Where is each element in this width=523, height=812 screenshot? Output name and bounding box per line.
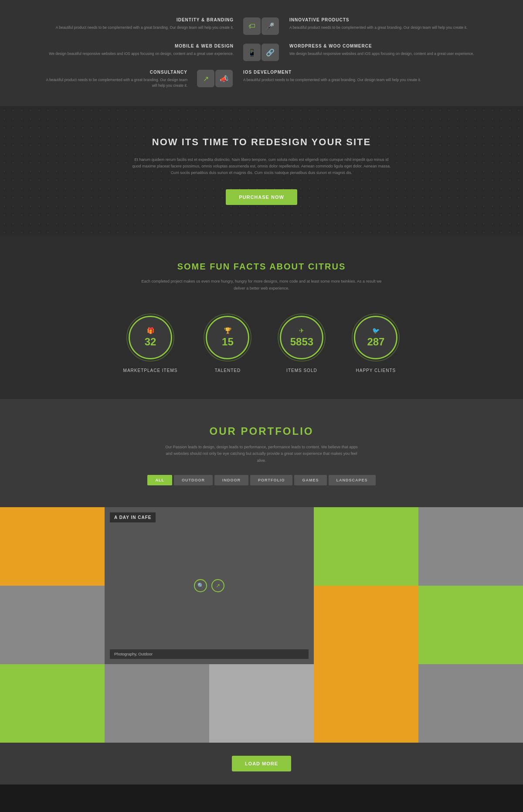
facts-section: SOME FUN FACTS ABOUT CITRUS Each complet… (0, 235, 523, 399)
portfolio-cell-r3c5 (418, 664, 523, 743)
facts-heading: SOME FUN FACTS ABOUT CITRUS (35, 262, 488, 272)
portfolio-cell-r2c4 (314, 586, 418, 664)
services-row-1: IDENTITY & BRANDING A beautiful product … (44, 17, 479, 35)
fact-happy-clients: 🐦 287 Happy Clients (352, 314, 400, 373)
load-more-section: Load More (0, 743, 523, 785)
fact-icon-happy-clients: 🐦 (372, 327, 380, 334)
service-title-6: IOS DEVELOPMENT (243, 70, 479, 75)
redesign-body: Et harum quidem rerum facilis est et exp… (131, 157, 392, 177)
featured-title: A DAY IN CAFE (110, 512, 156, 522)
portfolio-heading-accent: PORTFOLIO (241, 425, 314, 437)
service-desc-5: A beautiful product needs to be compleme… (44, 77, 187, 89)
fact-badge-items-sold: ✈ 5853 (278, 314, 326, 362)
featured-link-icon[interactable]: ↗ (211, 579, 224, 592)
services-row-2: MOBILE & WEB DESIGN We design beautiful … (44, 44, 479, 61)
load-more-button[interactable]: Load More (232, 756, 291, 771)
featured-caption: Photography, Outdoor (110, 649, 309, 659)
fact-num-talented: 15 (222, 336, 234, 348)
portfolio-grid: A DAY IN CAFE 🔍 ↗ Photography, Outdoor (0, 507, 523, 743)
portfolio-cell-r1c4 (314, 507, 418, 586)
portfolio-featured-overlay: A DAY IN CAFE 🔍 ↗ Photography, Outdoor (105, 507, 314, 664)
fact-talented: 🏆 15 Talented (204, 314, 251, 373)
fact-hexagon-talented: 🏆 15 (206, 316, 249, 359)
portfolio-cell-r3c3 (209, 664, 314, 743)
service-desc-3: We design beautiful responsive websites … (44, 51, 234, 57)
service-mobile: MOBILE & WEB DESIGN We design beautiful … (44, 44, 242, 57)
service-icon-2: 🎤 (262, 17, 279, 35)
fact-hexagon-happy-clients: 🐦 287 (354, 316, 397, 359)
featured-zoom-icon[interactable]: 🔍 (194, 579, 207, 592)
service-desc-1: A beautiful product needs to be compleme… (44, 25, 234, 31)
service-icon-col-4: 🔗 (262, 44, 281, 61)
fact-label-talented: Talented (204, 368, 251, 373)
fact-marketplace: 🎁 32 Marketplace Items (123, 314, 178, 373)
facts-grid: 🎁 32 Marketplace Items 🏆 15 Talented ✈ 5… (35, 314, 488, 373)
redesign-section: NOW ITS TIME TO REDESIGN YOUR SITE Et ha… (0, 106, 523, 236)
service-icon-col-1: 🏷 (242, 17, 262, 35)
portfolio-heading: OUR PORTFOLIO (35, 425, 488, 437)
service-identity: IDENTITY & BRANDING A beautiful product … (44, 17, 242, 31)
service-icon-col-2: 🎤 (262, 17, 281, 35)
filter-all[interactable]: All (147, 475, 172, 485)
facts-heading-text: SOME FUN FACTS ABOUT (177, 262, 305, 271)
brilliance-section: OUR LEVEL OF BRILLIANCE Professional & O… (0, 785, 523, 812)
filter-portfolio[interactable]: Portfolio (250, 475, 293, 485)
fact-hexagon-items-sold: ✈ 5853 (280, 316, 323, 359)
portfolio-cell-r3c4 (314, 664, 418, 743)
filter-outdoor[interactable]: Outdoor (174, 475, 213, 485)
featured-action-icons: 🔍 ↗ (110, 522, 309, 649)
service-title-2: INNOVATIVE PRODUCTS (289, 17, 479, 22)
portfolio-section: OUR PORTFOLIO Our Passion leads to desig… (0, 399, 523, 507)
fact-num-marketplace: 32 (145, 336, 156, 348)
filter-games[interactable]: Games (294, 475, 326, 485)
services-section: IDENTITY & BRANDING A beautiful product … (0, 0, 523, 106)
service-icon-6: 📣 (215, 70, 233, 87)
portfolio-cell-r3c1 (0, 664, 105, 743)
portfolio-cell-r1c1 (0, 507, 105, 586)
service-icon-col-5: ↗ (196, 70, 215, 87)
fact-icon-marketplace: 🎁 (147, 327, 154, 334)
service-title-3: MOBILE & WEB DESIGN (44, 44, 234, 48)
service-desc-6: A beautiful product needs to be compleme… (243, 77, 479, 83)
fact-label-items-sold: Items Sold (278, 368, 326, 373)
service-icon-4: 🔗 (262, 44, 279, 61)
fact-icon-talented: 🏆 (224, 327, 231, 334)
service-title-4: WORDPRESS & WOO COMMERCE (289, 44, 479, 48)
fact-num-items-sold: 5853 (290, 336, 313, 348)
service-ios: IOS DEVELOPMENT A beautiful product need… (234, 70, 479, 83)
filter-indoor[interactable]: Indoor (214, 475, 248, 485)
fact-items-sold: ✈ 5853 Items Sold (278, 314, 326, 373)
services-row-3: CONSULTANCY A beautiful product needs to… (44, 70, 479, 89)
service-icon-5: ↗ (197, 70, 214, 87)
fact-hexagon-marketplace: 🎁 32 (129, 316, 172, 359)
fact-badge-happy-clients: 🐦 287 (352, 314, 400, 362)
service-icon-col-3: 📱 (242, 44, 262, 61)
fact-label-happy-clients: Happy Clients (352, 368, 400, 373)
service-title-5: CONSULTANCY (44, 70, 187, 75)
filter-landscapes[interactable]: Landscapes (329, 475, 376, 485)
service-icon-1: 🏷 (243, 17, 261, 35)
redesign-heading: NOW ITS TIME TO REDESIGN YOUR SITE (35, 136, 488, 148)
portfolio-cell-r3c2 (105, 664, 209, 743)
portfolio-featured[interactable]: A DAY IN CAFE 🔍 ↗ Photography, Outdoor (105, 507, 314, 664)
fact-icon-items-sold: ✈ (299, 327, 304, 334)
portfolio-cell-r2c5 (418, 586, 523, 664)
service-icon-col-6: 📣 (215, 70, 234, 87)
facts-heading-accent: CITRUS (308, 262, 346, 271)
service-consultancy: CONSULTANCY A beautiful product needs to… (44, 70, 196, 89)
fact-label-marketplace: Marketplace Items (123, 368, 178, 373)
portfolio-subtitle: Our Passion leads to design, design lead… (163, 444, 360, 464)
service-desc-4: We design beautiful responsive websites … (289, 51, 479, 57)
service-innovative: INNOVATIVE PRODUCTS A beautiful product … (281, 17, 479, 31)
purchase-now-button[interactable]: Purchase Now (226, 189, 297, 205)
service-icon-3: 📱 (243, 44, 261, 61)
portfolio-cell-r1c5 (418, 507, 523, 586)
facts-subtitle: Each completed project makes us even mor… (135, 278, 388, 292)
fact-num-happy-clients: 287 (367, 336, 384, 348)
portfolio-our: OUR (209, 425, 236, 437)
portfolio-filters: All Outdoor Indoor Portfolio Games Lands… (35, 475, 488, 485)
service-title-1: IDENTITY & BRANDING (44, 17, 234, 22)
service-desc-2: A beautiful product needs to be compleme… (289, 25, 479, 31)
fact-badge-talented: 🏆 15 (204, 314, 251, 362)
fact-badge-marketplace: 🎁 32 (126, 314, 174, 362)
